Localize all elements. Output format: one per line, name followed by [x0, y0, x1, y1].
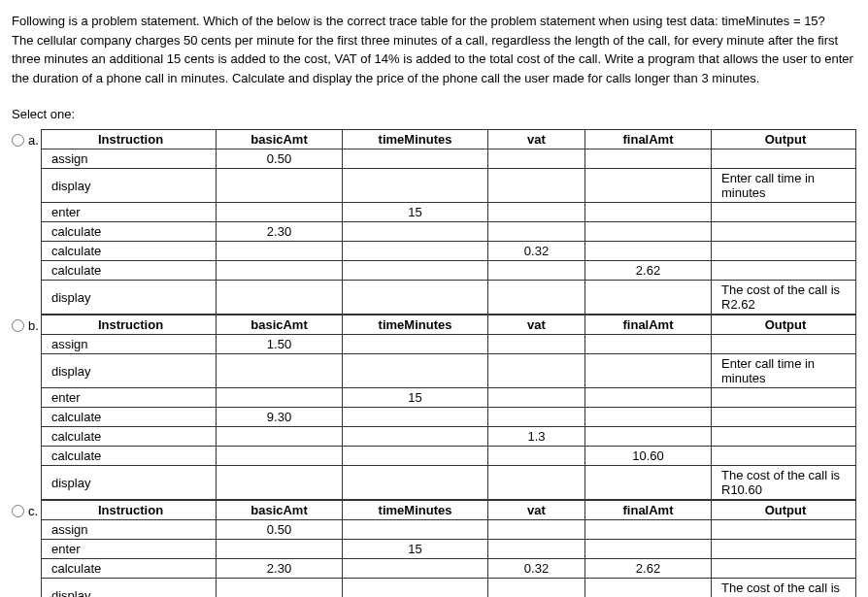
cell-time — [343, 281, 488, 315]
cell-instr: assign — [42, 335, 217, 354]
cell-output: Enter call time in minutes — [712, 354, 856, 388]
cell-vat — [488, 149, 585, 169]
cell-final — [585, 388, 712, 408]
cell-instr: calculate — [42, 559, 217, 579]
cell-output — [712, 335, 856, 354]
problem-line1: Following is a problem statement. Which … — [12, 12, 856, 31]
radio-option-c[interactable] — [12, 505, 24, 517]
header-cell: finalAmt — [585, 130, 712, 149]
header-cell: basicAmt — [217, 501, 343, 520]
problem-statement: Following is a problem statement. Which … — [12, 12, 856, 87]
cell-output — [712, 559, 856, 579]
cell-vat: 0.32 — [488, 242, 585, 261]
cell-instr: enter — [42, 388, 217, 408]
cell-final — [585, 242, 712, 261]
cell-time — [343, 261, 488, 281]
cell-vat — [488, 540, 585, 559]
table-row: displayEnter call time in minutes — [42, 354, 856, 388]
radio-cell: c. — [12, 500, 41, 518]
cell-time — [343, 242, 488, 261]
cell-basic: 9.30 — [217, 408, 343, 427]
cell-instr: calculate — [42, 261, 217, 281]
cell-instr: display — [42, 169, 217, 203]
cell-vat — [488, 447, 585, 466]
cell-vat — [488, 408, 585, 427]
cell-basic — [217, 354, 343, 388]
cell-time — [343, 427, 488, 447]
cell-basic: 2.30 — [217, 559, 343, 579]
cell-vat — [488, 335, 585, 354]
cell-output — [712, 408, 856, 427]
option-label: c. — [28, 504, 38, 518]
cell-basic — [217, 540, 343, 559]
cell-vat: 0.32 — [488, 559, 585, 579]
header-cell: vat — [488, 501, 585, 520]
problem-line2: The cellular company charges 50 cents pe… — [12, 31, 856, 88]
cell-instr: display — [42, 466, 217, 500]
cell-final — [585, 149, 712, 169]
cell-instr: assign — [42, 520, 217, 540]
radio-option-a[interactable] — [12, 134, 24, 147]
table-row: displayThe cost of the call is R10.60 — [42, 466, 856, 500]
select-label: Select one: — [12, 107, 856, 121]
cell-basic — [217, 466, 343, 500]
table-header-row: InstructionbasicAmttimeMinutesvatfinalAm… — [42, 130, 856, 149]
option-label: a. — [28, 133, 39, 148]
cell-time — [343, 447, 488, 466]
header-cell: Output — [712, 501, 856, 520]
table-row: calculate9.30 — [42, 408, 856, 427]
table-row: enter15 — [42, 540, 856, 559]
header-cell: finalAmt — [585, 501, 712, 520]
option-row-b: b.InstructionbasicAmttimeMinutesvatfinal… — [12, 315, 856, 500]
header-cell: timeMinutes — [343, 501, 488, 520]
cell-output — [712, 203, 856, 222]
cell-output — [712, 520, 856, 540]
cell-final — [585, 408, 712, 427]
cell-final — [585, 427, 712, 447]
option-row-a: a.InstructionbasicAmttimeMinutesvatfinal… — [12, 129, 856, 315]
trace-table-a: InstructionbasicAmttimeMinutesvatfinalAm… — [41, 129, 856, 315]
cell-instr: enter — [42, 540, 217, 559]
option-row-c: c.InstructionbasicAmttimeMinutesvatfinal… — [12, 500, 856, 597]
cell-output — [712, 447, 856, 466]
table-row: assign0.50 — [42, 149, 856, 169]
cell-basic — [217, 169, 343, 203]
header-cell: timeMinutes — [343, 315, 488, 335]
table-row: calculate2.300.322.62 — [42, 559, 856, 579]
cell-time — [343, 222, 488, 242]
cell-time — [343, 169, 488, 203]
cell-instr: calculate — [42, 427, 217, 447]
cell-basic: 2.30 — [217, 222, 343, 242]
cell-vat — [488, 203, 585, 222]
cell-instr: display — [42, 579, 217, 598]
cell-vat — [488, 281, 585, 315]
table-row: calculate2.30 — [42, 222, 856, 242]
cell-basic — [217, 281, 343, 315]
cell-instr: calculate — [42, 242, 217, 261]
cell-time: 15 — [343, 203, 488, 222]
radio-cell: b. — [12, 315, 41, 333]
table-header-row: InstructionbasicAmttimeMinutesvatfinalAm… — [42, 315, 856, 335]
table-wrap: InstructionbasicAmttimeMinutesvatfinalAm… — [41, 315, 856, 500]
cell-vat — [488, 466, 585, 500]
cell-time — [343, 335, 488, 354]
cell-basic — [217, 447, 343, 466]
table-row: calculate0.32 — [42, 242, 856, 261]
cell-final — [585, 169, 712, 203]
trace-table-b: InstructionbasicAmttimeMinutesvatfinalAm… — [41, 315, 856, 500]
cell-basic — [217, 579, 343, 598]
cell-vat — [488, 169, 585, 203]
table-row: displayThe cost of the call is R2.62 — [42, 579, 856, 598]
cell-final — [585, 466, 712, 500]
radio-cell: a. — [12, 129, 41, 148]
cell-time — [343, 520, 488, 540]
header-cell: basicAmt — [217, 130, 343, 149]
cell-instr: display — [42, 354, 217, 388]
table-row: assign1.50 — [42, 335, 856, 354]
table-wrap: InstructionbasicAmttimeMinutesvatfinalAm… — [41, 500, 856, 597]
radio-option-b[interactable] — [12, 319, 24, 332]
cell-output — [712, 242, 856, 261]
cell-output: The cost of the call is R2.62 — [712, 281, 856, 315]
cell-vat — [488, 579, 585, 598]
cell-final — [585, 354, 712, 388]
